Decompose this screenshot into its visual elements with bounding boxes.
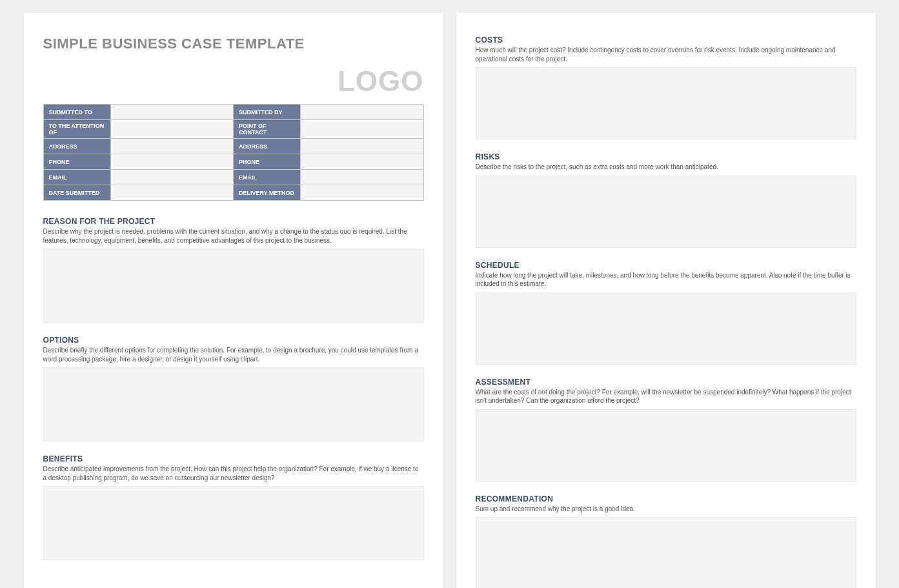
section-options: OPTIONS Describe briefly the different o… [43, 336, 424, 441]
section-desc: Sum up and recommend why the project is … [476, 505, 856, 514]
section-desc: Describe briefly the different options f… [43, 346, 424, 363]
page-1: SIMPLE BUSINESS CASE TEMPLATE LOGO SUBMI… [24, 13, 443, 588]
cell-label-delivery: DELIVERY METHOD [233, 185, 300, 201]
section-risks: RISKS Describe the risks to the project,… [476, 152, 856, 248]
section-costs: COSTS How much will the project cost? In… [476, 35, 856, 139]
cell-value-phone-right[interactable] [301, 154, 423, 170]
cell-value-poc[interactable] [301, 120, 423, 139]
info-table: SUBMITTED TO SUBMITTED BY TO THE ATTENTI… [43, 104, 424, 201]
cell-label-poc: POINT OF CONTACT [233, 120, 300, 139]
section-head: ASSESSMENT [476, 378, 856, 387]
cell-value-submitted-to[interactable] [110, 105, 233, 120]
section-desc: Describe anticipated improvements from t… [43, 465, 424, 482]
section-input-options[interactable] [43, 367, 424, 441]
cell-value-address-right[interactable] [301, 139, 423, 154]
cell-label-phone-right: PHONE [233, 154, 300, 170]
cell-value-submitted-by[interactable] [301, 105, 423, 120]
section-head: REASON FOR THE PROJECT [43, 217, 424, 226]
section-head: SCHEDULE [476, 261, 856, 270]
section-reason: REASON FOR THE PROJECT Describe why the … [43, 217, 424, 323]
section-input-recommendation[interactable] [476, 517, 856, 588]
section-input-benefits[interactable] [43, 486, 424, 560]
section-head: RISKS [476, 152, 856, 161]
cell-value-phone-left[interactable] [110, 154, 233, 170]
section-desc: Describe the risks to the project, such … [476, 163, 856, 172]
cell-value-delivery[interactable] [301, 185, 423, 201]
cell-value-date[interactable] [110, 185, 233, 201]
cell-label-submitted-to: SUBMITTED TO [43, 105, 110, 120]
section-head: OPTIONS [43, 336, 424, 345]
cell-label-address-right: ADDRESS [233, 139, 300, 154]
cell-label-email-left: EMAIL [43, 170, 110, 185]
section-input-schedule[interactable] [476, 292, 856, 365]
section-input-risks[interactable] [476, 176, 856, 248]
info-row: EMAIL EMAIL [43, 170, 423, 185]
cell-label-attention: TO THE ATTENTION OF [43, 120, 110, 139]
section-desc: Describe why the project is needed, prob… [43, 227, 424, 245]
section-benefits: BENEFITS Describe anticipated improvemen… [43, 454, 424, 560]
section-recommendation: RECOMMENDATION Sum up and recommend why … [476, 494, 856, 589]
cell-label-address-left: ADDRESS [43, 139, 110, 154]
section-head: COSTS [476, 35, 856, 45]
page-2: COSTS How much will the project cost? In… [456, 13, 876, 588]
info-row: TO THE ATTENTION OF POINT OF CONTACT [43, 120, 423, 139]
cell-value-address-left[interactable] [110, 139, 233, 154]
cell-value-attention[interactable] [110, 120, 233, 139]
section-head: BENEFITS [43, 454, 424, 463]
section-assessment: ASSESSMENT What are the costs of not doi… [476, 378, 856, 482]
section-desc: Indicate how long the project will take,… [476, 271, 856, 289]
info-row: DATE SUBMITTED DELIVERY METHOD [43, 185, 423, 201]
cell-value-email-right[interactable] [301, 170, 423, 185]
section-desc: What are the costs of not doing the proj… [476, 388, 856, 405]
info-row: SUBMITTED TO SUBMITTED BY [43, 105, 423, 120]
section-desc: How much will the project cost? Include … [476, 46, 856, 63]
logo-placeholder: LOGO [43, 65, 424, 97]
section-schedule: SCHEDULE Indicate how long the project w… [476, 261, 856, 365]
section-input-costs[interactable] [476, 67, 856, 139]
document-title: SIMPLE BUSINESS CASE TEMPLATE [43, 35, 424, 52]
section-head: RECOMMENDATION [476, 494, 856, 503]
cell-label-date: DATE SUBMITTED [43, 185, 110, 201]
cell-label-submitted-by: SUBMITTED BY [233, 105, 300, 120]
info-row: PHONE PHONE [43, 154, 423, 170]
cell-label-email-right: EMAIL [233, 170, 300, 185]
section-input-reason[interactable] [43, 248, 424, 323]
cell-value-email-left[interactable] [110, 170, 233, 185]
cell-label-phone-left: PHONE [43, 154, 110, 170]
section-input-assessment[interactable] [476, 409, 856, 482]
info-row: ADDRESS ADDRESS [43, 139, 423, 154]
